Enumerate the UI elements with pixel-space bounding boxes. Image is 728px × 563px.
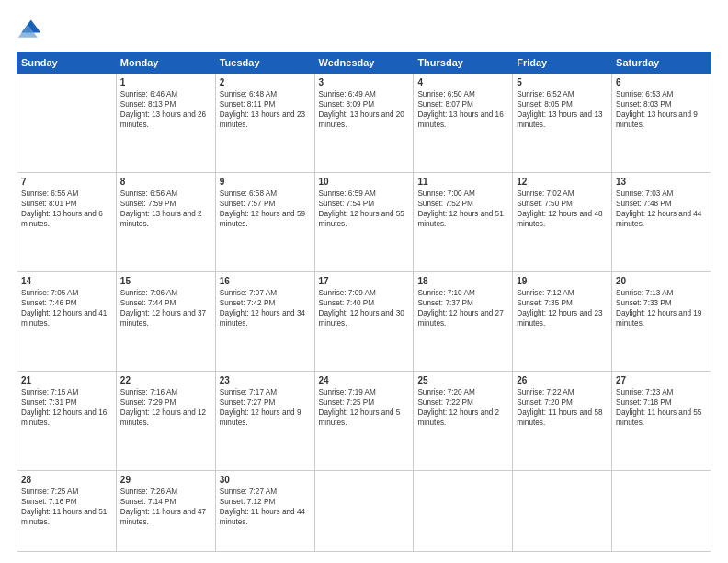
cell-info: Sunrise: 7:22 AM Sunset: 7:20 PM Dayligh… [517, 387, 608, 428]
day-number: 8 [120, 177, 211, 187]
col-header-friday: Friday [513, 52, 612, 74]
day-number: 28 [21, 475, 112, 485]
page-header [17, 17, 711, 42]
calendar-cell: 30Sunrise: 7:27 AM Sunset: 7:12 PM Dayli… [215, 470, 314, 551]
calendar-cell: 6Sunrise: 6:53 AM Sunset: 8:03 PM Daylig… [612, 74, 711, 173]
col-header-thursday: Thursday [414, 52, 513, 74]
cell-info: Sunrise: 6:50 AM Sunset: 8:07 PM Dayligh… [417, 89, 508, 130]
calendar-cell: 5Sunrise: 6:52 AM Sunset: 8:05 PM Daylig… [513, 74, 612, 173]
day-number: 5 [517, 77, 608, 87]
day-number: 17 [319, 276, 410, 286]
calendar-cell: 2Sunrise: 6:48 AM Sunset: 8:11 PM Daylig… [215, 74, 314, 173]
col-header-monday: Monday [116, 52, 215, 74]
cell-info: Sunrise: 7:03 AM Sunset: 7:48 PM Dayligh… [616, 189, 707, 229]
day-number: 20 [616, 276, 707, 286]
calendar-cell: 29Sunrise: 7:26 AM Sunset: 7:14 PM Dayli… [116, 470, 215, 551]
day-number: 10 [319, 177, 410, 187]
day-number: 2 [220, 77, 311, 87]
cell-info: Sunrise: 7:07 AM Sunset: 7:42 PM Dayligh… [220, 288, 311, 328]
cell-info: Sunrise: 7:02 AM Sunset: 7:50 PM Dayligh… [517, 189, 608, 229]
calendar-cell: 15Sunrise: 7:06 AM Sunset: 7:44 PM Dayli… [116, 271, 215, 371]
day-number: 21 [21, 375, 112, 385]
calendar-cell: 8Sunrise: 6:56 AM Sunset: 7:59 PM Daylig… [116, 172, 215, 271]
calendar-cell: 10Sunrise: 6:59 AM Sunset: 7:54 PM Dayli… [314, 172, 414, 271]
cell-info: Sunrise: 7:17 AM Sunset: 7:27 PM Dayligh… [220, 387, 311, 428]
cell-info: Sunrise: 7:12 AM Sunset: 7:35 PM Dayligh… [517, 288, 608, 328]
logo [17, 17, 44, 42]
calendar-cell: 13Sunrise: 7:03 AM Sunset: 7:48 PM Dayli… [612, 172, 711, 271]
calendar-cell [513, 470, 612, 551]
cell-info: Sunrise: 6:56 AM Sunset: 7:59 PM Dayligh… [120, 189, 211, 229]
calendar-cell: 9Sunrise: 6:58 AM Sunset: 7:57 PM Daylig… [215, 172, 314, 271]
calendar-cell: 24Sunrise: 7:19 AM Sunset: 7:25 PM Dayli… [314, 371, 414, 470]
day-number: 26 [517, 375, 608, 385]
day-number: 6 [616, 77, 707, 87]
day-number: 11 [417, 177, 508, 187]
calendar-cell [414, 470, 513, 551]
logo-icon [17, 17, 42, 42]
calendar-cell: 1Sunrise: 6:46 AM Sunset: 8:13 PM Daylig… [116, 74, 215, 173]
cell-info: Sunrise: 7:16 AM Sunset: 7:29 PM Dayligh… [120, 387, 211, 428]
calendar-cell: 28Sunrise: 7:25 AM Sunset: 7:16 PM Dayli… [17, 470, 117, 551]
calendar-cell [612, 470, 711, 551]
calendar-cell: 12Sunrise: 7:02 AM Sunset: 7:50 PM Dayli… [513, 172, 612, 271]
cell-info: Sunrise: 6:46 AM Sunset: 8:13 PM Dayligh… [120, 89, 211, 130]
cell-info: Sunrise: 7:05 AM Sunset: 7:46 PM Dayligh… [21, 288, 112, 328]
cell-info: Sunrise: 6:55 AM Sunset: 8:01 PM Dayligh… [21, 189, 112, 229]
calendar-cell: 22Sunrise: 7:16 AM Sunset: 7:29 PM Dayli… [116, 371, 215, 470]
cell-info: Sunrise: 7:19 AM Sunset: 7:25 PM Dayligh… [319, 387, 410, 428]
day-number: 13 [616, 177, 707, 187]
calendar-cell [17, 74, 117, 173]
day-number: 7 [21, 177, 112, 187]
week-row-2: 14Sunrise: 7:05 AM Sunset: 7:46 PM Dayli… [17, 271, 711, 371]
cell-info: Sunrise: 7:00 AM Sunset: 7:52 PM Dayligh… [417, 189, 508, 229]
col-header-wednesday: Wednesday [314, 52, 414, 74]
cell-info: Sunrise: 7:13 AM Sunset: 7:33 PM Dayligh… [616, 288, 707, 328]
day-number: 19 [517, 276, 608, 286]
day-number: 25 [417, 375, 508, 385]
day-number: 15 [120, 276, 211, 286]
cell-info: Sunrise: 6:52 AM Sunset: 8:05 PM Dayligh… [517, 89, 608, 130]
day-number: 14 [21, 276, 112, 286]
day-number: 24 [319, 375, 410, 385]
cell-info: Sunrise: 7:27 AM Sunset: 7:12 PM Dayligh… [220, 487, 311, 527]
calendar-cell: 26Sunrise: 7:22 AM Sunset: 7:20 PM Dayli… [513, 371, 612, 470]
cell-info: Sunrise: 6:53 AM Sunset: 8:03 PM Dayligh… [616, 89, 707, 130]
day-number: 30 [220, 475, 311, 485]
calendar-cell: 14Sunrise: 7:05 AM Sunset: 7:46 PM Dayli… [17, 271, 117, 371]
cell-info: Sunrise: 7:25 AM Sunset: 7:16 PM Dayligh… [21, 487, 112, 527]
cell-info: Sunrise: 6:58 AM Sunset: 7:57 PM Dayligh… [220, 189, 311, 229]
calendar-cell: 25Sunrise: 7:20 AM Sunset: 7:22 PM Dayli… [414, 371, 513, 470]
cell-info: Sunrise: 6:49 AM Sunset: 8:09 PM Dayligh… [319, 89, 410, 130]
calendar-cell: 23Sunrise: 7:17 AM Sunset: 7:27 PM Dayli… [215, 371, 314, 470]
day-number: 16 [220, 276, 311, 286]
cell-info: Sunrise: 6:59 AM Sunset: 7:54 PM Dayligh… [319, 189, 410, 229]
day-number: 4 [417, 77, 508, 87]
cell-info: Sunrise: 7:23 AM Sunset: 7:18 PM Dayligh… [616, 387, 707, 428]
calendar-cell: 17Sunrise: 7:09 AM Sunset: 7:40 PM Dayli… [314, 271, 414, 371]
week-row-4: 28Sunrise: 7:25 AM Sunset: 7:16 PM Dayli… [17, 470, 711, 551]
day-number: 29 [120, 475, 211, 485]
calendar-cell [314, 470, 414, 551]
cell-info: Sunrise: 7:09 AM Sunset: 7:40 PM Dayligh… [319, 288, 410, 328]
day-number: 18 [417, 276, 508, 286]
calendar-cell: 11Sunrise: 7:00 AM Sunset: 7:52 PM Dayli… [414, 172, 513, 271]
day-number: 9 [220, 177, 311, 187]
col-header-sunday: Sunday [17, 52, 117, 74]
cell-info: Sunrise: 6:48 AM Sunset: 8:11 PM Dayligh… [220, 89, 311, 130]
day-number: 1 [120, 77, 211, 87]
calendar-cell: 19Sunrise: 7:12 AM Sunset: 7:35 PM Dayli… [513, 271, 612, 371]
week-row-0: 1Sunrise: 6:46 AM Sunset: 8:13 PM Daylig… [17, 74, 711, 173]
cell-info: Sunrise: 7:10 AM Sunset: 7:37 PM Dayligh… [417, 288, 508, 328]
cell-info: Sunrise: 7:06 AM Sunset: 7:44 PM Dayligh… [120, 288, 211, 328]
calendar-cell: 21Sunrise: 7:15 AM Sunset: 7:31 PM Dayli… [17, 371, 117, 470]
calendar-table: SundayMondayTuesdayWednesdayThursdayFrid… [17, 52, 711, 552]
day-number: 3 [319, 77, 410, 87]
day-number: 23 [220, 375, 311, 385]
day-number: 22 [120, 375, 211, 385]
calendar-cell: 27Sunrise: 7:23 AM Sunset: 7:18 PM Dayli… [612, 371, 711, 470]
week-row-3: 21Sunrise: 7:15 AM Sunset: 7:31 PM Dayli… [17, 371, 711, 470]
calendar-cell: 7Sunrise: 6:55 AM Sunset: 8:01 PM Daylig… [17, 172, 117, 271]
col-header-tuesday: Tuesday [215, 52, 314, 74]
week-row-1: 7Sunrise: 6:55 AM Sunset: 8:01 PM Daylig… [17, 172, 711, 271]
